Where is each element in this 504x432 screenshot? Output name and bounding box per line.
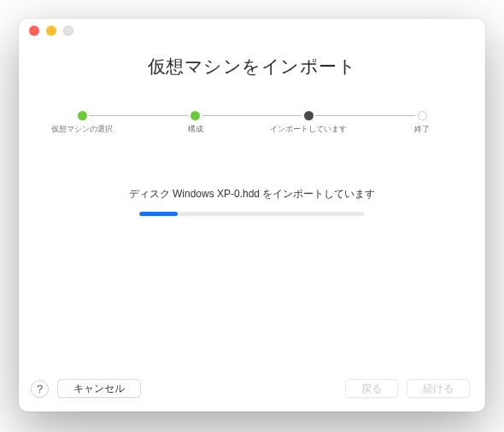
step-dot-done-icon bbox=[190, 111, 200, 120]
step-dot-pending-icon bbox=[418, 111, 427, 120]
progress-fill bbox=[139, 212, 178, 216]
step-label: インポートしています bbox=[270, 125, 347, 135]
page-title: 仮想マシンをインポート bbox=[19, 55, 485, 79]
footer: ? キャンセル 戻る 続ける bbox=[19, 369, 485, 412]
dialog-window: 仮想マシンをインポート 仮想マシンの選択 構成 インポートしています 終了 ディ… bbox=[19, 19, 485, 412]
step-connector bbox=[315, 115, 415, 116]
step-finish: 終了 bbox=[415, 111, 429, 120]
step-dot-done-icon bbox=[78, 111, 87, 120]
step-label: 構成 bbox=[157, 125, 234, 135]
wizard-stepper: 仮想マシンの選択 構成 インポートしています 終了 bbox=[19, 111, 485, 120]
zoom-icon bbox=[63, 26, 73, 36]
step-connector bbox=[202, 115, 302, 116]
step-configure: 構成 bbox=[189, 111, 202, 120]
step-select-vm: 仮想マシンの選択 bbox=[75, 111, 89, 120]
cancel-button[interactable]: キャンセル bbox=[57, 379, 141, 398]
step-connector bbox=[89, 115, 189, 116]
back-button: 戻る bbox=[345, 379, 398, 398]
step-importing: インポートしています bbox=[302, 111, 315, 120]
main-content: ディスク Windows XP-0.hdd をインポートしています bbox=[19, 120, 485, 369]
minimize-icon[interactable] bbox=[46, 26, 56, 36]
continue-button: 続ける bbox=[407, 379, 470, 398]
close-icon[interactable] bbox=[29, 26, 39, 36]
step-label: 仮想マシンの選択 bbox=[44, 125, 120, 135]
progress-status-text: ディスク Windows XP-0.hdd をインポートしています bbox=[129, 187, 376, 201]
progress-bar bbox=[139, 212, 365, 216]
titlebar bbox=[19, 19, 485, 43]
step-dot-current-icon bbox=[304, 111, 314, 120]
step-label: 終了 bbox=[384, 125, 460, 135]
help-button[interactable]: ? bbox=[31, 380, 49, 398]
